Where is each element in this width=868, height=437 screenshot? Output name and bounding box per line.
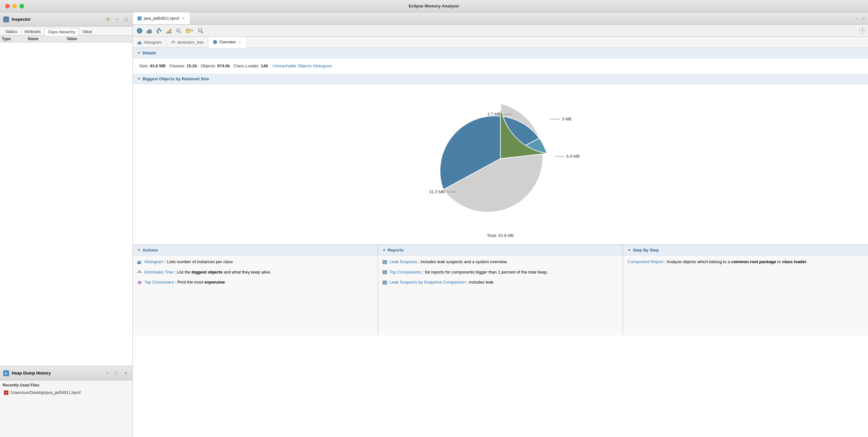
top-components-desc: : list reports for components bigger tha… [423,270,548,274]
pie-labels: 2.7 MB 3 MB 6.9 MB [420,94,581,223]
heap-dump-maximize-btn[interactable]: □ [113,370,120,376]
classes-label: Classes: [169,63,186,68]
svg-line-34 [202,32,203,33]
svg-text:i: i [215,41,215,44]
main-win-minimize-btn[interactable]: − [855,16,859,21]
leak-suspects-link[interactable]: Leak Suspects [390,259,417,264]
svg-rect-4 [5,373,7,374]
size-label: Size: [139,63,149,68]
top-consumers-toolbar-btn[interactable] [164,27,173,35]
heap-dump-header: Heap Dump History − □ × [0,366,132,380]
tab-statics[interactable]: Statics [2,28,21,35]
close-button[interactable] [5,4,10,8]
dominator-tree-desc: : List the biggest objects and what they… [175,270,271,274]
objects-label: Objects: [200,63,216,68]
dominator-tree-link[interactable]: Dominator Tree [145,270,174,274]
svg-rect-13 [149,29,150,33]
reports-title: Reports [388,248,404,253]
svg-line-58 [140,271,141,272]
histogram-link[interactable]: Histogram [145,259,163,264]
svg-rect-41 [174,42,175,43]
dominator-tree-toolbar-btn[interactable] [155,27,163,35]
histogram-toolbar-btn[interactable] [145,27,154,35]
size-value: 43.8 MB [150,63,166,68]
java-tab-icon: J [137,16,142,21]
heap-dump-title: Heap Dump History [12,371,101,375]
actions-body: Histogram : Lists number of instances pe… [133,256,378,293]
help-btn[interactable]: ? [859,28,865,34]
svg-rect-54 [138,270,140,271]
svg-rect-18 [160,30,162,31]
svg-rect-52 [140,261,141,264]
svg-text:LS2: LS2 [383,282,387,284]
main-tab-bar: J java_pid54911.hprof × − □ [133,12,868,25]
inspector-title: Inspector [12,17,102,22]
component-report-link[interactable]: Component Report [628,259,663,264]
component-report-desc: : Analyze objects which belong to a comm… [664,259,807,264]
biggest-objects-section: ▼ Biggest Objects by Retained Size [133,74,868,245]
svg-text:i: i [139,29,140,33]
recently-used-label: Recently Used Files [3,383,130,388]
svg-text:i: i [6,18,6,21]
inspector-icon: i [3,16,9,22]
biggest-objects-title: Biggest Objects by Retained Size [143,76,209,81]
search-toolbar-btn[interactable] [196,27,205,35]
class-loader-value: 148 [261,63,268,68]
tab-attributes[interactable]: Attributes [21,28,44,35]
svg-line-29 [180,32,181,33]
info-toolbar-btn[interactable]: i [135,27,144,35]
svg-rect-5 [5,374,7,374]
tab-close-btn[interactable]: × [181,16,186,21]
biggest-objects-arrow: ▼ [137,77,141,80]
svg-rect-55 [137,272,139,273]
actions-arrow: ▼ [137,248,141,252]
inspector-table-body [0,42,132,366]
biggest-objects-header[interactable]: ▼ Biggest Objects by Retained Size [133,74,868,84]
inspector-minimize-btn[interactable]: − [114,16,120,23]
window-title: Eclipse Memory Analyzer [409,4,459,8]
details-section-header[interactable]: ▼ Details [133,48,868,58]
minimize-button[interactable] [12,4,17,8]
tab-java-pid[interactable]: J java_pid54911.hprof × [133,12,190,24]
actions-title: Actions [143,248,158,253]
svg-rect-40 [171,42,173,43]
tab-value[interactable]: Value [79,28,96,35]
report-top-components: TC Top Components : list reports for com… [382,269,618,275]
svg-line-57 [138,271,140,272]
sec-tab-overview[interactable]: i Overview × [208,37,247,48]
traffic-lights [5,4,24,8]
main-win-maximize-btn[interactable]: □ [861,16,865,21]
svg-text:!: ! [178,29,179,32]
reports-arrow: ▼ [382,248,386,252]
svg-rect-23 [166,32,167,33]
tab-class-hierarchy[interactable]: Class Hierarchy [44,28,79,36]
svg-rect-26 [170,29,171,33]
heap-dump-panel: Heap Dump History − □ × Recently Used Fi… [0,366,132,437]
unreachable-link[interactable]: Unreachable Objects Histogram [272,63,332,68]
step-by-step-column: ▼ Step By Step Component Report : Analyz… [623,245,868,335]
maximize-button[interactable] [20,4,24,8]
inspector-maximize-btn[interactable]: □ [123,16,129,23]
leak-suspects-toolbar-btn[interactable]: ! [174,27,183,35]
file-item[interactable]: H /Users/sun/Desktop/java_pid54911.hprof [3,390,130,396]
top-consumers-link[interactable]: Top Consumers [145,280,174,284]
left-panel: i Inspector − □ Statics Attributes Class… [0,12,133,437]
report-leak-suspects: LS Leak Suspects : includes leak suspect… [382,259,618,265]
heap-dump-close-btn[interactable]: × [123,370,129,376]
overview-tab-close-btn[interactable]: × [238,40,242,44]
open-reports-toolbar-btn[interactable] [184,27,195,35]
step-by-step-title: Step By Step [633,248,659,253]
pin-icon[interactable] [104,16,111,23]
top-components-link[interactable]: Top Components [390,270,422,274]
file-icon: H [4,391,8,395]
tab-label: java_pid54911.hprof [144,16,179,21]
step-by-step-header: ▼ Step By Step [623,245,868,256]
sec-tab-histogram[interactable]: Histogram [133,37,166,47]
bottom-section: ▼ Actions Histogram : List [133,245,868,335]
svg-rect-39 [173,40,174,41]
leak-suspects-snapshot-link[interactable]: Leak Suspects by Snapshot Comparison [390,280,466,284]
sec-tab-dominator-tree[interactable]: dominator_tree [166,37,209,47]
heap-dump-content: Recently Used Files H /Users/sun/Desktop… [0,380,132,437]
sec-tab-overview-label: Overview [219,40,236,44]
heap-dump-minimize-btn[interactable]: − [104,370,111,376]
